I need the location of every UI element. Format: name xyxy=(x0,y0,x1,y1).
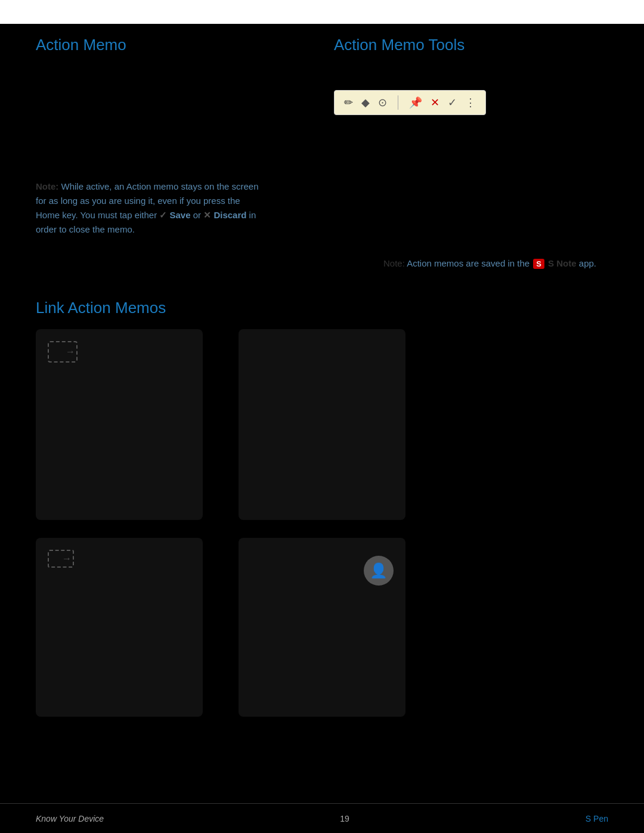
select-arrow-icon-bottom: → xyxy=(62,553,72,564)
phone-frame-top-right xyxy=(239,329,405,520)
select-arrow-icon: → xyxy=(66,346,75,357)
toolbar-separator xyxy=(398,95,398,110)
eraser-icon[interactable]: ◆ xyxy=(361,96,370,109)
footer-right-text: S Pen xyxy=(586,814,608,823)
action-memo-toolbar: ✏ ◆ ⊙ 📌 ✕ ✓ ⋮ xyxy=(334,90,486,115)
link-action-memos-title: Link Action Memos xyxy=(36,299,608,317)
footer-left-text: Know Your Device xyxy=(36,814,104,823)
phones-bottom-row: → 👤 xyxy=(36,538,608,717)
page: Action Memo Note: While active, an Actio… xyxy=(0,0,644,833)
contact-person-icon: 👤 xyxy=(364,556,394,586)
dashed-select-icon-bottom: → xyxy=(48,550,74,568)
action-memo-screenshot xyxy=(36,66,310,162)
action-memo-note: Note: While active, an Action memo stays… xyxy=(36,179,262,237)
phone-frame-top-left: → xyxy=(36,329,203,520)
discard-icon[interactable]: ✕ xyxy=(431,96,439,109)
x-icon-inline: ✕ xyxy=(203,208,211,222)
content: Action Memo Note: While active, an Actio… xyxy=(0,24,644,753)
footer: Know Your Device 19 S Pen xyxy=(0,803,644,833)
dashed-select-icon-top: → xyxy=(48,341,78,363)
select-icon[interactable]: ⊙ xyxy=(378,96,387,109)
footer-page-number: 19 xyxy=(340,814,349,823)
snote-badge: S xyxy=(533,259,544,269)
check-icon-inline: ✓ xyxy=(159,208,167,222)
pen-tool-icon[interactable]: ✏ xyxy=(344,96,353,109)
left-column: Action Memo Note: While active, an Actio… xyxy=(36,36,310,269)
phone-frame-bottom-left: → xyxy=(36,538,203,717)
snote-note: Note: Action memos are saved in the S S … xyxy=(334,258,608,269)
action-memo-title: Action Memo xyxy=(36,36,310,54)
link-action-memos-section: Link Action Memos → → xyxy=(36,299,608,717)
more-options-icon[interactable]: ⋮ xyxy=(465,96,476,109)
top-bar xyxy=(0,0,644,24)
two-column-layout: Action Memo Note: While active, an Actio… xyxy=(36,36,608,269)
discard-label-inline: Discard xyxy=(213,210,246,220)
save-icon[interactable]: ✓ xyxy=(448,96,457,109)
right-column: Action Memo Tools ✏ ◆ ⊙ 📌 ✕ ✓ ⋮ xyxy=(334,36,608,269)
snote-app-name: S Note xyxy=(546,258,577,268)
phones-top-row: → xyxy=(36,329,608,520)
action-memo-tools-title: Action Memo Tools xyxy=(334,36,608,54)
toolbar-container: ✏ ◆ ⊙ 📌 ✕ ✓ ⋮ xyxy=(334,90,608,115)
pin-icon[interactable]: 📌 xyxy=(409,96,422,109)
right-placeholder xyxy=(334,127,608,246)
snote-note-label: Note: xyxy=(383,258,405,268)
save-label-inline: Save xyxy=(170,210,191,220)
note-bold-label: Note: xyxy=(36,181,58,191)
contact-icon-container: 👤 xyxy=(364,556,394,586)
phone-frame-bottom-right: 👤 xyxy=(239,538,405,717)
